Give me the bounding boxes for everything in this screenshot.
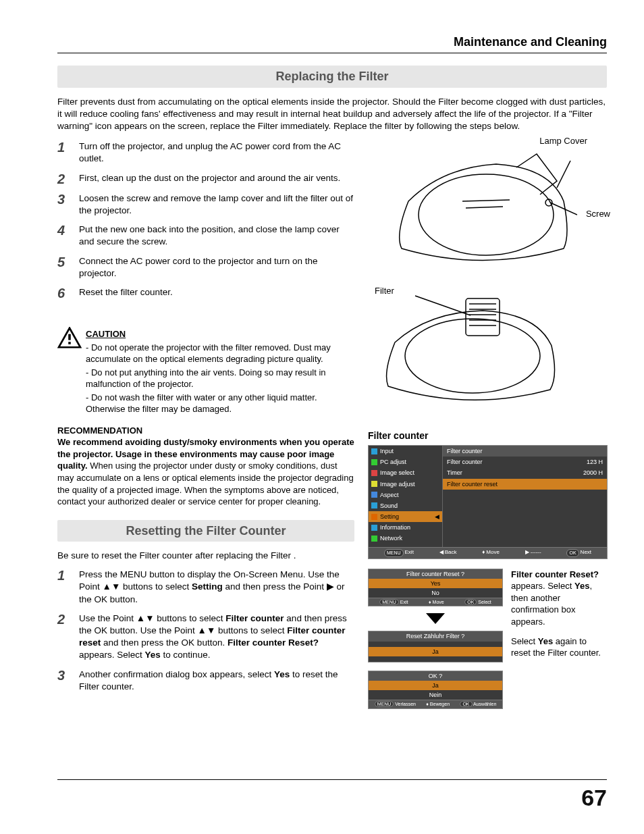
step-text: Turn off the projector, and unplug the A… (79, 140, 354, 165)
diagram-lamp-cover: Lamp Cover Screw (368, 140, 608, 282)
step-text: Press the MENU button to display the On-… (79, 569, 354, 606)
step-text: Reset the filter counter. (79, 286, 173, 300)
osd-menu-screenshot: Input PC adjust Image select Image adjus… (368, 445, 608, 558)
caution-triangle-icon (57, 327, 82, 348)
dialog-filter-reset-3: OK ? Ja Nein MENU Verlassen ♦ Bewegen OK… (368, 671, 503, 709)
step-text: Put the new one back into the position, … (79, 224, 354, 248)
divider-bottom (57, 779, 607, 780)
steps-reset-counter: 1 Press the MENU button to display the O… (57, 569, 354, 693)
projector-filter-icon (375, 292, 570, 413)
projector-top-icon (381, 147, 577, 276)
svg-point-6 (405, 319, 540, 393)
caution-block: CAUTION - Do not operate the projector w… (57, 327, 354, 415)
recommendation-block: RECOMMENDATION We recommend avoiding dus… (57, 425, 354, 508)
recommendation-body: When using the projector under dusty or … (57, 461, 354, 506)
label-screw: Screw (586, 208, 610, 220)
steps-replace-filter: 1Turn off the projector, and unplug the … (57, 140, 354, 300)
dialog-filter-reset-1: Filter counter Reset ? Yes No MENU Exit … (368, 569, 503, 607)
intro-paragraph: Filter prevents dust from accumulating o… (57, 96, 607, 133)
svg-rect-0 (68, 334, 71, 340)
side-note-1: Filter counter Reset? appears. Select Ye… (511, 569, 608, 635)
osd-main-panel: Filter counter Filter counter123 H Timer… (443, 446, 607, 547)
diagram-filter: Filter (368, 288, 608, 423)
arrow-down-icon (426, 613, 445, 624)
caution-item: - Do not operate the projector with the … (86, 342, 354, 365)
svg-rect-1 (68, 342, 71, 344)
svg-line-13 (415, 296, 471, 315)
svg-line-4 (557, 161, 570, 188)
recommendation-title: RECOMMENDATION (57, 425, 354, 437)
chapter-heading: Maintenance and Cleaning (57, 34, 607, 50)
caution-item: - Do not put anything into the air vents… (86, 367, 354, 390)
caution-item: - Do not wash the filter with water or a… (86, 392, 354, 415)
osd-footer: MENU Exit ◀ Back ♦ Move ▶ ------ OK Next (369, 547, 607, 558)
step-text: Use the Point ▲▼ buttons to select Filte… (79, 613, 354, 662)
osd-side-menu: Input PC adjust Image select Image adjus… (369, 446, 443, 547)
step-text: First, clean up the dust on the projecto… (79, 172, 340, 186)
divider-top (57, 53, 607, 53)
step-text: Loosen the screw and remove the lamp cov… (79, 192, 354, 217)
reset-intro: Be sure to reset the Filter counter afte… (57, 550, 354, 562)
filter-counter-heading: Filter counter (368, 429, 608, 442)
svg-point-2 (419, 174, 554, 255)
section-reset-counter: Resetting the Filter Counter (57, 520, 354, 542)
page-number: 67 (581, 783, 607, 814)
side-note-2: Select Yes again to reset the Filter cou… (511, 635, 608, 702)
step-text: Connect the AC power cord to the project… (79, 255, 354, 280)
dialog-filter-reset-2: Reset Zähluhr Filter ? Ja (368, 631, 503, 662)
svg-line-5 (550, 203, 577, 215)
step-text: Another confirmation dialog box appears,… (79, 669, 354, 693)
caution-title: CAUTION (86, 328, 354, 340)
section-replacing-filter: Replacing the Filter (57, 66, 607, 87)
label-lamp-cover: Lamp Cover (539, 135, 587, 147)
